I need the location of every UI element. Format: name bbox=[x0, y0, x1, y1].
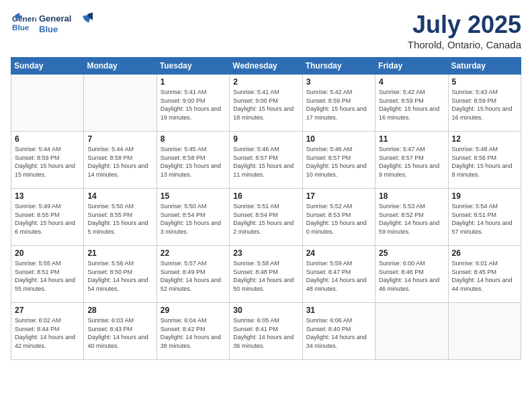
weekday-tuesday: Tuesday bbox=[157, 58, 229, 75]
calendar-week-2: 6Sunrise: 5:44 AMSunset: 8:59 PMDaylight… bbox=[11, 132, 521, 189]
calendar-cell: 10Sunrise: 5:46 AMSunset: 8:57 PMDayligh… bbox=[302, 132, 375, 189]
day-number: 26 bbox=[452, 248, 517, 258]
calendar-cell: 23Sunrise: 5:58 AMSunset: 8:48 PMDayligh… bbox=[230, 246, 302, 303]
cell-info: Sunrise: 6:05 AMSunset: 8:41 PMDaylight:… bbox=[233, 316, 298, 350]
calendar-cell: 8Sunrise: 5:45 AMSunset: 8:58 PMDaylight… bbox=[157, 132, 229, 189]
weekday-wednesday: Wednesday bbox=[230, 58, 302, 75]
weekday-monday: Monday bbox=[84, 58, 157, 75]
day-number: 24 bbox=[306, 248, 371, 258]
calendar-cell: 14Sunrise: 5:50 AMSunset: 8:55 PMDayligh… bbox=[84, 189, 157, 246]
weekday-saturday: Saturday bbox=[448, 58, 521, 75]
svg-text:Blue: Blue bbox=[12, 23, 30, 32]
day-number: 2 bbox=[233, 77, 298, 87]
location-title: Thorold, Ontario, Canada bbox=[408, 39, 521, 50]
cell-info: Sunrise: 5:44 AMSunset: 8:58 PMDaylight:… bbox=[87, 145, 152, 179]
calendar-cell: 30Sunrise: 6:05 AMSunset: 8:41 PMDayligh… bbox=[230, 303, 302, 360]
calendar-cell: 18Sunrise: 5:53 AMSunset: 8:52 PMDayligh… bbox=[375, 189, 448, 246]
day-number: 17 bbox=[306, 191, 371, 201]
logo: General Blue General Blue bbox=[11, 11, 93, 38]
cell-info: Sunrise: 5:46 AMSunset: 8:57 PMDaylight:… bbox=[306, 145, 371, 179]
day-number: 20 bbox=[15, 248, 80, 258]
calendar-cell: 3Sunrise: 5:42 AMSunset: 8:59 PMDaylight… bbox=[302, 75, 375, 132]
logo-icon: General Blue bbox=[12, 11, 36, 35]
calendar-cell bbox=[84, 75, 157, 132]
day-number: 16 bbox=[233, 191, 298, 201]
day-number: 29 bbox=[161, 306, 226, 315]
day-number: 31 bbox=[306, 306, 371, 315]
calendar-cell: 4Sunrise: 5:42 AMSunset: 8:59 PMDaylight… bbox=[375, 75, 448, 132]
weekday-sunday: Sunday bbox=[11, 58, 84, 75]
calendar-cell: 9Sunrise: 5:46 AMSunset: 8:57 PMDaylight… bbox=[230, 132, 302, 189]
calendar-cell: 25Sunrise: 6:00 AMSunset: 8:46 PMDayligh… bbox=[375, 246, 448, 303]
cell-info: Sunrise: 5:42 AMSunset: 8:59 PMDaylight:… bbox=[379, 88, 444, 122]
cell-info: Sunrise: 5:48 AMSunset: 8:56 PMDaylight:… bbox=[452, 145, 517, 179]
cell-info: Sunrise: 6:00 AMSunset: 8:46 PMDaylight:… bbox=[379, 259, 444, 293]
day-number: 21 bbox=[87, 248, 152, 258]
calendar-cell: 20Sunrise: 5:55 AMSunset: 8:51 PMDayligh… bbox=[11, 246, 84, 303]
day-number: 10 bbox=[306, 134, 371, 144]
cell-info: Sunrise: 5:50 AMSunset: 8:55 PMDaylight:… bbox=[87, 202, 152, 236]
calendar-cell bbox=[11, 75, 84, 132]
cell-info: Sunrise: 5:56 AMSunset: 8:50 PMDaylight:… bbox=[87, 259, 152, 293]
calendar-cell: 5Sunrise: 5:43 AMSunset: 8:59 PMDaylight… bbox=[448, 75, 521, 132]
calendar-week-5: 27Sunrise: 6:02 AMSunset: 8:44 PMDayligh… bbox=[11, 303, 521, 360]
day-number: 12 bbox=[452, 134, 517, 144]
day-number: 5 bbox=[452, 77, 517, 87]
cell-info: Sunrise: 5:45 AMSunset: 8:58 PMDaylight:… bbox=[161, 145, 226, 179]
calendar-cell: 28Sunrise: 6:03 AMSunset: 8:43 PMDayligh… bbox=[84, 303, 157, 360]
day-number: 28 bbox=[87, 306, 152, 315]
calendar-week-1: 1Sunrise: 5:41 AMSunset: 9:00 PMDaylight… bbox=[11, 75, 521, 132]
cell-info: Sunrise: 5:50 AMSunset: 8:54 PMDaylight:… bbox=[161, 202, 226, 236]
day-number: 7 bbox=[87, 134, 152, 144]
calendar-cell bbox=[375, 303, 448, 360]
calendar-cell: 1Sunrise: 5:41 AMSunset: 9:00 PMDaylight… bbox=[157, 75, 229, 132]
calendar-table: SundayMondayTuesdayWednesdayThursdayFrid… bbox=[11, 57, 521, 360]
calendar-cell: 27Sunrise: 6:02 AMSunset: 8:44 PMDayligh… bbox=[11, 303, 84, 360]
calendar-cell: 26Sunrise: 6:01 AMSunset: 8:45 PMDayligh… bbox=[448, 246, 521, 303]
day-number: 3 bbox=[306, 77, 371, 87]
calendar-week-3: 13Sunrise: 5:49 AMSunset: 8:55 PMDayligh… bbox=[11, 189, 521, 246]
logo-text-svg: General Blue bbox=[39, 11, 93, 38]
cell-info: Sunrise: 5:53 AMSunset: 8:52 PMDaylight:… bbox=[379, 202, 444, 236]
cell-info: Sunrise: 6:04 AMSunset: 8:42 PMDaylight:… bbox=[161, 316, 226, 350]
day-number: 8 bbox=[161, 134, 226, 144]
calendar-cell: 11Sunrise: 5:47 AMSunset: 8:57 PMDayligh… bbox=[375, 132, 448, 189]
calendar-cell: 15Sunrise: 5:50 AMSunset: 8:54 PMDayligh… bbox=[157, 189, 229, 246]
cell-info: Sunrise: 5:49 AMSunset: 8:55 PMDaylight:… bbox=[15, 202, 80, 236]
cell-info: Sunrise: 5:44 AMSunset: 8:59 PMDaylight:… bbox=[15, 145, 80, 179]
day-number: 11 bbox=[379, 134, 444, 144]
cell-info: Sunrise: 5:59 AMSunset: 8:47 PMDaylight:… bbox=[306, 259, 371, 293]
calendar-cell: 21Sunrise: 5:56 AMSunset: 8:50 PMDayligh… bbox=[84, 246, 157, 303]
day-number: 22 bbox=[161, 248, 226, 258]
calendar-cell: 13Sunrise: 5:49 AMSunset: 8:55 PMDayligh… bbox=[11, 189, 84, 246]
cell-info: Sunrise: 5:47 AMSunset: 8:57 PMDaylight:… bbox=[379, 145, 444, 179]
cell-info: Sunrise: 5:51 AMSunset: 8:54 PMDaylight:… bbox=[233, 202, 298, 236]
cell-info: Sunrise: 6:01 AMSunset: 8:45 PMDaylight:… bbox=[452, 259, 517, 293]
day-number: 13 bbox=[15, 191, 80, 201]
day-number: 30 bbox=[233, 306, 298, 315]
day-number: 6 bbox=[15, 134, 80, 144]
cell-info: Sunrise: 6:02 AMSunset: 8:44 PMDaylight:… bbox=[15, 316, 80, 350]
day-number: 25 bbox=[379, 248, 444, 258]
cell-info: Sunrise: 6:06 AMSunset: 8:40 PMDaylight:… bbox=[306, 316, 371, 350]
cell-info: Sunrise: 5:41 AMSunset: 9:00 PMDaylight:… bbox=[161, 88, 226, 122]
cell-info: Sunrise: 5:42 AMSunset: 8:59 PMDaylight:… bbox=[306, 88, 371, 122]
cell-info: Sunrise: 5:54 AMSunset: 8:51 PMDaylight:… bbox=[452, 202, 517, 236]
day-number: 4 bbox=[379, 77, 444, 87]
calendar-cell: 24Sunrise: 5:59 AMSunset: 8:47 PMDayligh… bbox=[302, 246, 375, 303]
title-block: July 2025 Thorold, Ontario, Canada bbox=[408, 11, 521, 50]
calendar-cell: 31Sunrise: 6:06 AMSunset: 8:40 PMDayligh… bbox=[302, 303, 375, 360]
day-number: 9 bbox=[233, 134, 298, 144]
cell-info: Sunrise: 5:55 AMSunset: 8:51 PMDaylight:… bbox=[15, 259, 80, 293]
calendar-cell: 16Sunrise: 5:51 AMSunset: 8:54 PMDayligh… bbox=[230, 189, 302, 246]
day-number: 14 bbox=[87, 191, 152, 201]
day-number: 19 bbox=[452, 191, 517, 201]
cell-info: Sunrise: 5:43 AMSunset: 8:59 PMDaylight:… bbox=[452, 88, 517, 122]
calendar-cell: 29Sunrise: 6:04 AMSunset: 8:42 PMDayligh… bbox=[157, 303, 229, 360]
cell-info: Sunrise: 5:57 AMSunset: 8:49 PMDaylight:… bbox=[161, 259, 226, 293]
calendar-cell bbox=[448, 303, 521, 360]
calendar-cell: 19Sunrise: 5:54 AMSunset: 8:51 PMDayligh… bbox=[448, 189, 521, 246]
day-number: 18 bbox=[379, 191, 444, 201]
calendar-cell: 7Sunrise: 5:44 AMSunset: 8:58 PMDaylight… bbox=[84, 132, 157, 189]
weekday-thursday: Thursday bbox=[302, 58, 375, 75]
